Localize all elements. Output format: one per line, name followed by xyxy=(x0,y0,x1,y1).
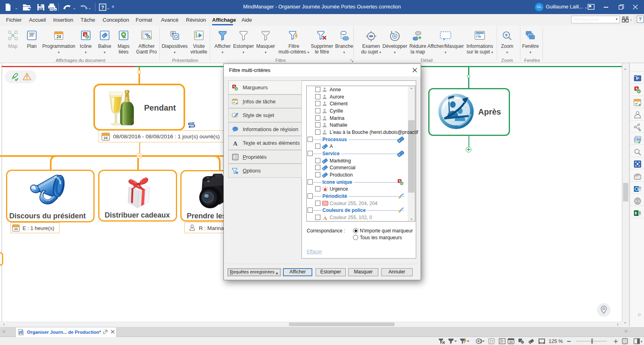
svg-text:A: A xyxy=(233,140,237,147)
svg-text:24: 24 xyxy=(14,227,18,231)
svg-text:24: 24 xyxy=(56,35,61,39)
svg-text:A: A xyxy=(323,215,327,221)
svg-text:?: ? xyxy=(101,4,104,10)
svg-text:24: 24 xyxy=(510,341,513,343)
svg-text:24: 24 xyxy=(104,136,108,140)
